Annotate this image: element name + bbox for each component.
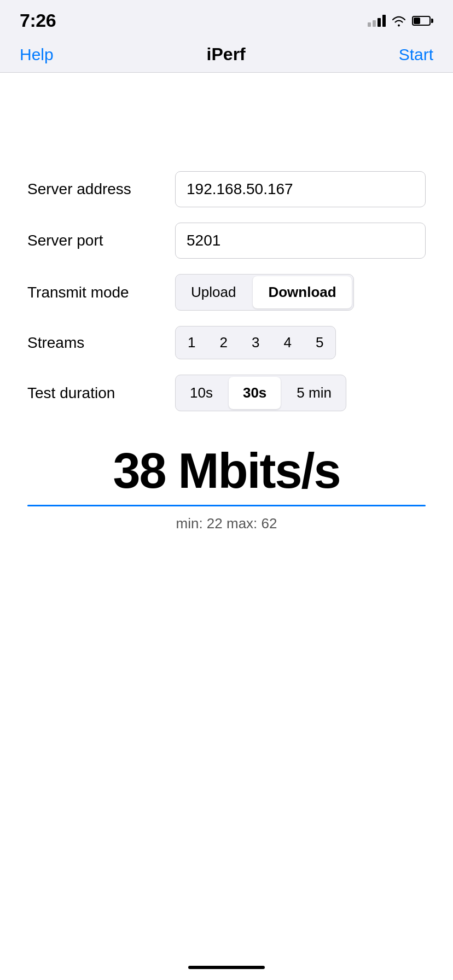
transmit-mode-label: Transmit mode [27,284,175,301]
status-icons [368,15,433,27]
nav-title: iPerf [207,44,246,65]
streams-label: Streams [27,334,175,352]
server-port-label: Server port [27,232,175,249]
server-address-row: Server address [27,171,426,207]
server-port-input[interactable] [175,223,426,259]
result-section: 38 Mbits/s min: 22 max: 62 [0,444,453,532]
result-divider [27,505,426,506]
test-duration-label: Test duration [27,384,175,402]
main-content: Server address Server port Transmit mode… [0,171,453,532]
status-time: 7:26 [20,10,56,31]
nav-bar: Help iPerf Start [0,37,453,73]
wifi-icon [391,15,406,27]
status-bar: 7:26 [0,0,453,37]
stream-1-button[interactable]: 1 [176,326,207,359]
download-mode-button[interactable]: Download [253,276,351,308]
result-minmax: min: 22 max: 62 [27,515,426,532]
stream-5-button[interactable]: 5 [304,326,335,359]
duration-10s-button[interactable]: 10s [176,375,227,411]
duration-30s-button[interactable]: 30s [229,377,281,409]
stream-3-button[interactable]: 3 [240,326,271,359]
streams-control: 1 2 3 4 5 [175,326,336,359]
test-duration-row: Test duration 10s 30s 5 min [27,375,426,411]
streams-row: Streams 1 2 3 4 5 [27,326,426,359]
form-section: Server address Server port Transmit mode… [0,171,453,411]
home-indicator [188,966,265,969]
transmit-mode-control: Upload Download [175,274,354,311]
battery-icon [412,16,433,26]
server-address-label: Server address [27,180,175,198]
duration-control: 10s 30s 5 min [175,375,346,411]
server-port-row: Server port [27,223,426,259]
start-button[interactable]: Start [399,45,433,64]
signal-icon [368,15,386,27]
server-address-input[interactable] [175,171,426,207]
help-button[interactable]: Help [20,45,54,64]
stream-2-button[interactable]: 2 [207,326,239,359]
result-speed: 38 Mbits/s [27,444,426,498]
upload-mode-button[interactable]: Upload [176,275,251,310]
stream-4-button[interactable]: 4 [271,326,303,359]
transmit-mode-row: Transmit mode Upload Download [27,274,426,311]
duration-5min-button[interactable]: 5 min [282,375,346,411]
